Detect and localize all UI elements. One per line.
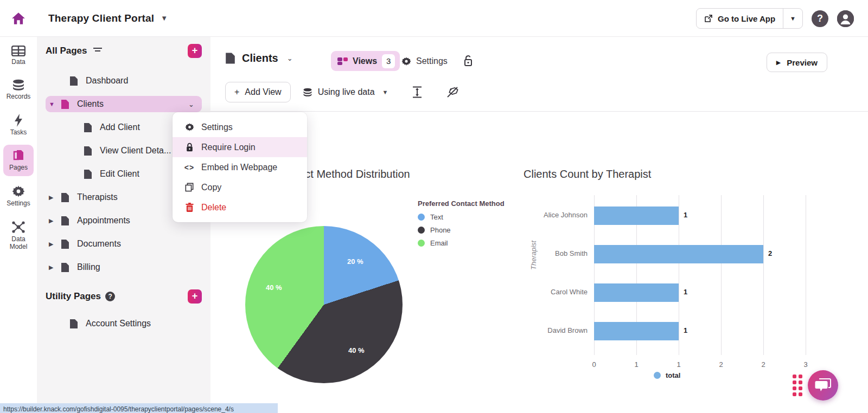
rail-item-data-model[interactable]: Data Model xyxy=(3,216,34,255)
bar-category-label: Bob Smith xyxy=(522,249,588,257)
sidebar-item-account-settings[interactable]: Account Settings xyxy=(37,315,210,332)
data-table-icon xyxy=(11,46,25,56)
add-view-button[interactable]: + Add View xyxy=(225,82,291,102)
bar-chart-legend[interactable]: total xyxy=(654,371,680,379)
live-app-dropdown-icon[interactable]: ▼ xyxy=(783,15,802,22)
adjust-heights-icon[interactable] xyxy=(412,86,422,98)
go-to-live-app-button[interactable]: Go to Live App ▼ xyxy=(696,8,803,29)
bar-alice-johnson[interactable] xyxy=(594,206,679,225)
menu-item-settings[interactable]: Settings xyxy=(173,117,307,137)
page-title-chevron-down-icon[interactable]: ⌄ xyxy=(287,54,293,62)
page-icon xyxy=(61,192,69,203)
toolbar-divider xyxy=(210,111,868,112)
live-data-dropdown[interactable]: Using live data ▼ xyxy=(303,87,388,97)
page-icon xyxy=(84,169,92,179)
tab-settings[interactable]: Settings xyxy=(401,51,448,71)
bar-carol-white[interactable] xyxy=(594,283,679,302)
records-database-icon xyxy=(12,79,25,91)
legend-item-text[interactable]: Text xyxy=(418,213,505,221)
bar-david-brown[interactable] xyxy=(594,322,679,340)
legend-dot xyxy=(418,214,425,221)
rail-item-data[interactable]: Data xyxy=(3,41,34,70)
sidebar-item-clients[interactable]: ▼ Clients ⌄ xyxy=(46,96,202,112)
views-label: Views xyxy=(353,56,377,66)
pages-panel: All Pages + Dashboard ▼ Clients ⌄ Add Cl… xyxy=(37,37,210,413)
sidebar-item-documents[interactable]: ▶ Documents xyxy=(37,236,210,252)
bar-row: 2 xyxy=(594,245,806,263)
settings-label: Settings xyxy=(416,56,448,66)
page-icon xyxy=(84,122,92,133)
code-icon: <> xyxy=(184,163,194,172)
rail-item-settings[interactable]: Settings xyxy=(3,180,34,212)
trash-icon xyxy=(186,203,194,212)
home-icon[interactable] xyxy=(11,11,25,25)
chat-bubble-icon xyxy=(815,378,831,393)
bar-chart-plot[interactable]: 1 2 1 1 xyxy=(594,195,806,355)
bar-value-label: 2 xyxy=(768,249,772,257)
caret-down-icon[interactable]: ▼ xyxy=(49,101,61,107)
main-content: Clients ⌄ Views 3 Settings ▶ Preview + A… xyxy=(210,37,868,413)
app-title: Therapy Client Portal xyxy=(48,12,154,24)
help-icon[interactable]: ? xyxy=(812,10,828,27)
caret-right-icon[interactable]: ▶ xyxy=(49,194,61,201)
bar-value-label: 1 xyxy=(684,211,687,219)
app-title-chevron-down-icon[interactable]: ▼ xyxy=(161,14,168,22)
rail-item-records[interactable]: Records xyxy=(3,75,34,105)
page-icon xyxy=(69,76,78,86)
data-model-icon xyxy=(11,221,25,234)
play-icon: ▶ xyxy=(776,59,781,66)
dropdown-caret-icon: ▼ xyxy=(382,89,388,95)
drag-handle[interactable] xyxy=(793,375,803,398)
add-utility-page-button[interactable]: + xyxy=(188,289,202,304)
menu-item-embed[interactable]: <> Embed in Webpage xyxy=(173,157,307,177)
pie-slice-label: 20 % xyxy=(347,257,363,266)
page-icon xyxy=(61,262,69,273)
chat-button[interactable] xyxy=(808,370,838,401)
account-avatar[interactable] xyxy=(837,10,854,27)
filter-icon[interactable] xyxy=(93,47,103,55)
unlocked-padlock-icon[interactable] xyxy=(463,55,473,67)
bar-category-label: Alice Johnson xyxy=(522,211,588,219)
utility-pages-title: Utility Pages xyxy=(46,291,101,302)
pages-icon xyxy=(12,149,25,162)
preview-button[interactable]: ▶ Preview xyxy=(767,53,827,72)
caret-right-icon[interactable]: ▶ xyxy=(49,217,61,224)
legend-dot xyxy=(418,227,425,234)
bar-bob-smith[interactable] xyxy=(594,245,763,263)
icon-rail: Data Records Tasks Pages Settings xyxy=(0,37,37,413)
add-page-button[interactable]: + xyxy=(188,44,202,58)
views-icon xyxy=(337,56,348,66)
views-count-badge: 3 xyxy=(382,54,395,68)
settings-gear-icon xyxy=(401,56,411,66)
page-icon xyxy=(61,239,69,249)
go-to-live-app-label: Go to Live App xyxy=(718,14,775,23)
bar-value-label: 1 xyxy=(684,288,687,296)
sidebar-item-billing[interactable]: ▶ Billing xyxy=(37,259,210,275)
page-context-menu: Settings Require Login <> Embed in Webpa… xyxy=(173,112,307,222)
sidebar-item-dashboard[interactable]: Dashboard xyxy=(37,73,210,89)
pie-chart[interactable]: 20 % 40 % 40 % xyxy=(245,226,403,383)
legend-dot xyxy=(654,372,661,379)
copy-icon xyxy=(185,183,194,192)
pie-legend-title: Preferred Contact Method xyxy=(418,199,505,208)
legend-item-phone[interactable]: Phone xyxy=(418,226,505,234)
bar-row: 1 xyxy=(594,322,806,340)
hide-labels-icon[interactable] xyxy=(446,86,459,98)
database-icon xyxy=(303,88,312,97)
bar-row: 1 xyxy=(594,283,806,302)
pie-slice-label: 40 % xyxy=(266,283,282,292)
menu-item-delete[interactable]: Delete xyxy=(173,197,307,217)
menu-item-copy[interactable]: Copy xyxy=(173,177,307,197)
page-icon xyxy=(225,52,235,64)
rail-item-pages[interactable]: Pages xyxy=(3,145,34,176)
tab-views[interactable]: Views 3 xyxy=(331,51,400,71)
rail-item-tasks[interactable]: Tasks xyxy=(3,109,34,141)
caret-right-icon[interactable]: ▶ xyxy=(49,264,61,271)
legend-item-email[interactable]: Email xyxy=(418,239,505,247)
caret-right-icon[interactable]: ▶ xyxy=(49,241,61,248)
menu-item-require-login[interactable]: Require Login xyxy=(173,137,307,157)
utility-help-icon[interactable]: ? xyxy=(105,292,115,301)
pie-legend: Preferred Contact Method Text Phone Emai… xyxy=(418,199,505,252)
chevron-down-icon[interactable]: ⌄ xyxy=(188,100,194,108)
lock-icon xyxy=(186,143,194,152)
